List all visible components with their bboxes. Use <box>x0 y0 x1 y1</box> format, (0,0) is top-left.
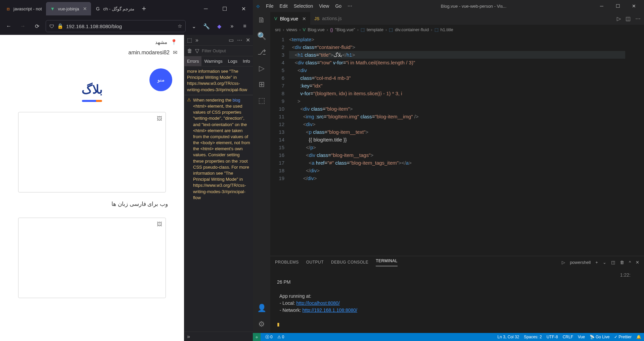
debug-console-tab[interactable]: DEBUG CONSOLE <box>331 260 368 265</box>
menu-file[interactable]: File <box>266 3 274 9</box>
bc-item[interactable]: views <box>286 27 297 32</box>
wrench-icon[interactable]: 🔧 <box>202 21 211 31</box>
dropdown-icon[interactable]: ⌄ <box>603 260 606 265</box>
errors-count[interactable]: ⓧ 0 <box>265 334 273 340</box>
brace-icon: {} <box>330 27 333 32</box>
blog-card[interactable]: 🖼 <box>18 112 166 192</box>
chevron-up-icon[interactable]: ^ <box>629 260 631 265</box>
language-mode[interactable]: Vue <box>578 335 585 339</box>
remote-indicator[interactable]: ⟐ <box>253 333 261 341</box>
explorer-icon[interactable]: 🗎 <box>257 15 266 25</box>
minimize-icon[interactable]: ─ <box>198 3 214 14</box>
trash-icon[interactable]: 🗑 <box>187 48 192 54</box>
more-icon[interactable]: ⋯ <box>635 15 641 22</box>
card-caption: وب برای فارسی زبان ها <box>0 198 184 218</box>
errors-tab[interactable]: Errors <box>184 56 201 66</box>
forward-button[interactable]: → <box>17 21 28 32</box>
eol[interactable]: CRLF <box>563 335 573 339</box>
devtools-header: ⬚ » ▭ ⋯ ✕ <box>184 35 253 46</box>
bc-item[interactable]: h1.title <box>441 27 453 32</box>
trash-icon[interactable]: 🗑 <box>620 260 624 265</box>
notifications-icon[interactable]: 🔔 <box>636 335 641 339</box>
output-tab[interactable]: OUTPUT <box>306 260 324 265</box>
close-icon[interactable]: ✕ <box>235 3 251 14</box>
source-control-icon[interactable]: ⎇ <box>257 48 266 57</box>
menu-edit[interactable]: Edit <box>280 3 288 9</box>
warnings-count[interactable]: ⚠ 0 <box>277 335 284 339</box>
menu-more[interactable]: ⋯ <box>348 3 352 9</box>
chevron-right-icon[interactable]: » <box>227 21 237 31</box>
warning-icon: ⚠ <box>187 97 191 201</box>
bc-item[interactable]: Blog.vue <box>308 27 325 32</box>
browser-tab-0[interactable]: ⧈ javascript - not <box>1 2 46 15</box>
chevron-right-icon[interactable]: » <box>195 37 198 43</box>
editor-tab-actions[interactable]: JS actions.js <box>310 12 346 25</box>
bc-item[interactable]: "Blog.vue" <box>335 27 355 32</box>
add-terminal-icon[interactable]: + <box>595 260 598 265</box>
reload-button[interactable]: ⟳ <box>32 21 42 32</box>
console-source-link[interactable]: blog <box>233 98 240 103</box>
blog-card[interactable]: 🖼 <box>18 218 166 298</box>
prettier[interactable]: ✓ Prettier <box>614 335 632 339</box>
menu-button[interactable]: منو <box>149 68 172 91</box>
bc-item[interactable]: template <box>367 27 383 32</box>
pocket-icon[interactable]: ⌄ <box>189 21 198 31</box>
encoding[interactable]: UTF-8 <box>547 335 558 339</box>
more-icon[interactable]: ⋯ <box>237 37 242 43</box>
menu-go[interactable]: Go <box>335 3 341 9</box>
warnings-tab[interactable]: Warnings <box>201 56 225 66</box>
back-button[interactable]: ← <box>3 21 14 32</box>
account-icon[interactable]: 👤 <box>257 303 266 313</box>
menu-view[interactable]: View <box>319 3 329 9</box>
maximize-icon[interactable]: ☐ <box>611 1 625 11</box>
device-icon[interactable]: ▭ <box>229 37 234 43</box>
chevron-right-icon[interactable]: » <box>187 334 190 340</box>
close-icon[interactable]: ✕ <box>636 260 639 265</box>
window-title: Blog.vue - vue-web-person - Vis... <box>358 4 589 9</box>
bc-item[interactable]: src <box>275 27 281 32</box>
breadcrumb[interactable]: src› views› VBlog.vue› {}"Blog.vue"› ⬚te… <box>270 25 644 34</box>
url-bar[interactable]: 🛡 🔒 192.168.1.108:8080/blog ☆ <box>46 20 186 32</box>
terminal-tab[interactable]: TERMINAL <box>376 259 398 266</box>
close-icon[interactable]: ✕ <box>302 16 306 21</box>
indent-info[interactable]: Spaces: 2 <box>524 335 542 339</box>
settings-icon[interactable]: ⚙ <box>257 320 266 329</box>
split-icon[interactable]: ◫ <box>626 15 631 22</box>
split-icon[interactable]: ◫ <box>611 260 615 265</box>
search-icon[interactable]: 🔍 <box>257 32 266 41</box>
logs-tab[interactable]: Logs <box>225 56 240 66</box>
info-tab[interactable]: Info <box>240 56 253 66</box>
extensions-icon[interactable]: ⊞ <box>257 80 266 89</box>
terminal-link[interactable]: http://192.168.1.108:8080/ <box>302 307 357 313</box>
problems-tab[interactable]: PROBLEMS <box>275 260 299 265</box>
shell-name[interactable]: powershell <box>570 260 591 265</box>
browser-tab-2[interactable]: G ch - مترجم گوگل <box>91 2 138 15</box>
new-tab-button[interactable]: + <box>138 4 149 13</box>
menu-label: منو <box>157 77 165 83</box>
go-live[interactable]: 📡 Go Live <box>590 335 609 339</box>
terminal-link[interactable]: http://localhost:8080/ <box>296 300 340 306</box>
menu-selection[interactable]: Selection <box>294 3 313 9</box>
editor-tab-blog[interactable]: V Blog.vue ✕ <box>270 12 310 25</box>
browser-tab-1[interactable]: ▼ vue-jobinja ✕ <box>46 2 91 15</box>
remote-icon[interactable]: ⬚ <box>257 96 266 105</box>
close-icon[interactable]: ✕ <box>246 37 250 43</box>
run-icon[interactable]: ▷ <box>617 15 621 22</box>
bc-item[interactable]: div.container-fluid <box>395 27 429 32</box>
minimize-icon[interactable]: ─ <box>595 1 608 11</box>
inspect-icon[interactable]: ⬚ <box>187 37 192 43</box>
maximize-icon[interactable]: ☐ <box>217 3 233 14</box>
terminal-content[interactable]: 1:22: 26 PM App running at: - Local: htt… <box>270 268 644 333</box>
bookmark-icon[interactable]: ☆ <box>178 23 182 29</box>
debug-icon[interactable]: ▷ <box>257 64 266 73</box>
editor-body[interactable]: 12345678910111213141516171819 <template>… <box>270 34 644 256</box>
code-content[interactable]: <template> <div class="container-fluid">… <box>289 34 625 256</box>
vscode-logo-icon: ⟐ <box>256 3 260 10</box>
minimap[interactable] <box>625 34 644 256</box>
close-icon[interactable]: ✕ <box>83 6 87 11</box>
diamond-icon[interactable]: ◆ <box>215 21 224 31</box>
menu-icon[interactable]: ≡ <box>240 21 249 31</box>
close-icon[interactable]: ✕ <box>627 1 641 11</box>
filter-input[interactable] <box>202 48 253 53</box>
cursor-position[interactable]: Ln 3, Col 32 <box>498 335 519 339</box>
